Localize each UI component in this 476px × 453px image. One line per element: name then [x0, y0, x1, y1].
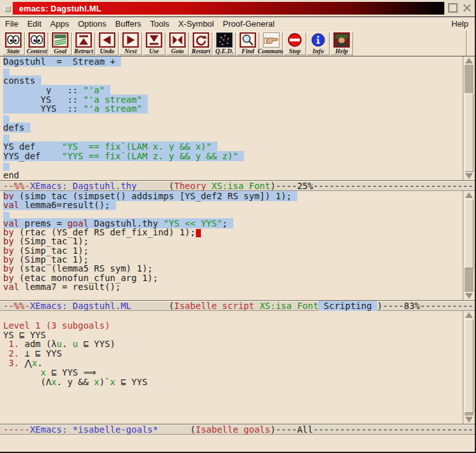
buffer-dagstuhl-thy[interactable]: Dagstuhl = Stream +consts y :: "'a" YS :…	[0, 56, 463, 180]
code-segment: lemma7 = result();	[19, 282, 120, 292]
code-line	[3, 291, 463, 300]
undo-triangle-icon	[99, 32, 115, 48]
window-menu-icon[interactable]	[4, 6, 11, 12]
code-segment: x	[110, 377, 115, 387]
close-icon[interactable]	[462, 3, 472, 13]
scrollbar-track[interactable]	[465, 65, 473, 172]
menu-apps[interactable]: Apps	[50, 19, 69, 29]
code-segment: "YS == fix`(LAM x. y && x)"	[62, 141, 212, 152]
modeline-segment: )----All------------------------------	[270, 424, 473, 435]
code-line: (Λx. y && x)`x ⊑ YYS	[3, 378, 463, 387]
command-hand-icon	[263, 32, 280, 48]
toolbar-button-info[interactable]: Info	[307, 32, 330, 55]
menu-buffers[interactable]: Buffers	[115, 19, 141, 29]
toolbar-button-label: Goal	[54, 48, 67, 55]
code-line: by (stac (lemma5 RS sym) 1);	[3, 264, 463, 273]
modeline-segment: XS:isa Font	[260, 301, 319, 311]
code-segment: val	[3, 282, 19, 292]
toolbar-button-stop[interactable]: Stop	[283, 32, 306, 55]
toolbar-button-label: Help	[335, 48, 348, 55]
code-line: by (Simp_tac 1);	[3, 246, 463, 255]
buffer-dagstuhl-ml[interactable]: by (simp_tac (simpset() addsimps [YS_def…	[0, 191, 463, 300]
scrollbar-track[interactable]	[465, 319, 473, 416]
code-line: YS_def "YS == fix`(LAM x. y && x)"	[3, 142, 463, 152]
menu-options[interactable]: Options	[78, 19, 106, 29]
code-line: end	[3, 171, 463, 180]
code-segment: Dagstuhl = Stream +	[3, 56, 115, 67]
toolbar-button-retract[interactable]: Retract	[72, 32, 95, 55]
code-line: val lemma7 = result();	[3, 282, 463, 291]
modeline-segment: XEmacs: *isabelle-goals*	[30, 424, 158, 435]
menu-help[interactable]: Help	[451, 19, 468, 29]
code-line	[3, 415, 463, 424]
code-line	[3, 161, 463, 171]
code-segment: YYS ::	[3, 103, 83, 114]
code-line: 3. ⋀x.	[3, 358, 463, 368]
toolbar-button-state[interactable]: State	[2, 32, 25, 55]
eyes-icon	[5, 32, 22, 48]
menu-edit[interactable]: Edit	[27, 19, 41, 29]
modeline-segment: Isabelle goals	[195, 424, 270, 435]
code-segment: ⊑ YYS ⟹	[46, 367, 96, 378]
modeline-dagstuhl-ml[interactable]: --%%-XEmacs: Dagstuhl.ML (Isabelle scrip…	[0, 300, 475, 311]
code-segment: YS_def	[3, 141, 62, 152]
scrollbar-down-icon[interactable]	[463, 172, 475, 180]
code-segment: "'a stream"	[83, 103, 142, 114]
modeline-segment: Scripting	[318, 301, 377, 311]
maximize-button[interactable]	[448, 3, 458, 13]
menu-tools[interactable]: Tools	[150, 19, 169, 29]
toolbar-button-goal[interactable]: Goal	[49, 32, 72, 55]
stop-sign-icon	[286, 32, 303, 48]
scrollbar-goals[interactable]	[463, 311, 475, 424]
toolbar-button-command[interactable]: Command	[260, 32, 283, 55]
modeline-dagstuhl-thy[interactable]: --%%-XEmacs: Dagstuhl.thy (Theory XS:isa…	[0, 180, 475, 191]
goto-bowtie-icon	[169, 32, 186, 48]
selected-text: YS :: "'a stream"	[3, 95, 148, 105]
modeline-segment: )----83%----------	[377, 301, 473, 311]
scrollbar-up-icon[interactable]	[463, 311, 475, 319]
code-segment: YS ⊑ YYS	[3, 330, 46, 340]
modeline-segment: XEmacs: Dagstuhl.ML	[30, 301, 131, 311]
toolbar-button-next[interactable]: Next	[119, 32, 142, 55]
toolbar-button-undo[interactable]: Undo	[96, 32, 119, 55]
scrollbar-up-icon[interactable]	[463, 191, 475, 199]
buffer-isabelle-goals[interactable]: Level 1 (3 subgoals)YS ⊑ YYS 1. adm (λu.…	[0, 311, 463, 424]
menu-file[interactable]: File	[5, 19, 18, 29]
toolbar-button-q-e-d-[interactable]: Q.E.D.	[213, 32, 236, 55]
toolbar-button-restart[interactable]: Restart	[190, 32, 212, 55]
code-segment: defs	[3, 122, 25, 133]
toolbar-button-label: Find	[241, 48, 254, 55]
toolbar-button-label: Q.E.D.	[215, 48, 234, 55]
modeline-isabelle-goals[interactable]: -----XEmacs: *isabelle-goals* (Isabelle …	[0, 424, 475, 435]
code-segment: x	[32, 358, 37, 368]
window-controls	[448, 3, 472, 13]
modeline-segment	[206, 181, 211, 191]
scrollbar-down-icon[interactable]	[463, 416, 475, 424]
menu-x-symbol[interactable]: X-Symbol	[178, 19, 214, 29]
find-magnifier-icon	[240, 32, 256, 48]
scrollbar-thumb[interactable]	[465, 199, 473, 268]
code-line: 1. adm (λu. u ⊑ YYS)	[3, 339, 463, 349]
menu-proof-general[interactable]: Proof-General	[222, 19, 274, 29]
scrollbar-track[interactable]	[465, 199, 473, 292]
toolbar-button-context[interactable]: Context	[25, 32, 48, 55]
scrollbar-down-icon[interactable]	[463, 292, 475, 300]
scrollbar-ml[interactable]	[463, 191, 475, 300]
toolbar-button-use[interactable]: Use	[143, 32, 165, 55]
toolbar-button-help[interactable]: Help	[330, 32, 353, 55]
title-bar-strip: emacs: Dagstuhl.ML	[0, 0, 475, 16]
scrollbar-thumb[interactable]	[465, 319, 473, 413]
minibuffer[interactable]	[0, 435, 475, 452]
selected-text: YS_def "YS == fix`(LAM x. y && x)"	[3, 141, 217, 152]
toolbar-button-goto[interactable]: Goto	[166, 32, 189, 55]
scrollbar-thy[interactable]	[463, 56, 475, 180]
scrollbar-up-icon[interactable]	[463, 56, 475, 65]
toolbar-button-label: Info	[312, 48, 324, 55]
selected-text: defs	[3, 122, 30, 133]
scrollbar-thumb[interactable]	[465, 93, 473, 172]
code-segment: "YYS == fix`(LAM z. y && y && z)"	[62, 151, 238, 161]
title-bar[interactable]: emacs: Dagstuhl.ML	[13, 2, 444, 15]
code-segment: u	[56, 339, 61, 349]
toolbar-button-find[interactable]: Find	[236, 32, 259, 55]
code-segment: .	[37, 358, 42, 368]
